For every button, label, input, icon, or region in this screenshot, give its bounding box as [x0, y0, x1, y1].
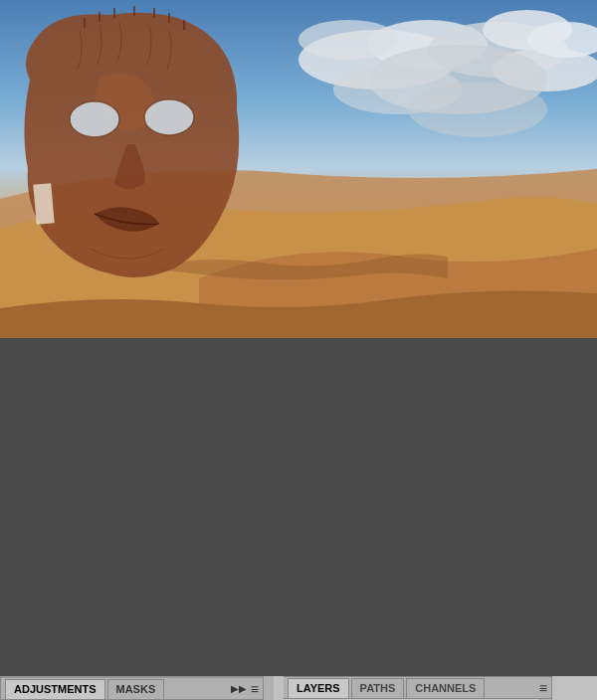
layers-panel-menu[interactable]: ≡ [539, 680, 547, 696]
layers-tab-bar: LAYERS PATHS CHANNELS ≡ [284, 677, 551, 699]
panels-area: ADJUSTMENTS MASKS ▶▶ ≡ Levels Custom ▼ [0, 676, 597, 700]
adjustments-tab-bar: ADJUSTMENTS MASKS ▶▶ ≡ [1, 678, 263, 700]
tab-channels[interactable]: CHANNELS [406, 678, 485, 698]
svg-point-9 [408, 82, 547, 137]
svg-point-8 [298, 20, 398, 60]
panel-menu-icon[interactable]: ≡ [251, 681, 259, 697]
tab-layers[interactable]: LAYERS [288, 678, 349, 698]
expand-icon[interactable]: ▶▶ [231, 683, 247, 694]
tab-adjustments[interactable]: ADJUSTMENTS [5, 679, 105, 699]
adjustments-panel: ADJUSTMENTS MASKS ▶▶ ≡ Levels Custom ▼ [0, 676, 264, 700]
desert-scene [0, 0, 597, 338]
tab-paths[interactable]: PATHS [351, 678, 405, 698]
svg-rect-21 [33, 183, 54, 224]
layers-panel: LAYERS PATHS CHANNELS ≡ Normal ▼ Opacity… [284, 676, 552, 700]
tab-masks[interactable]: MASKS [107, 679, 165, 699]
main-canvas [0, 0, 597, 338]
